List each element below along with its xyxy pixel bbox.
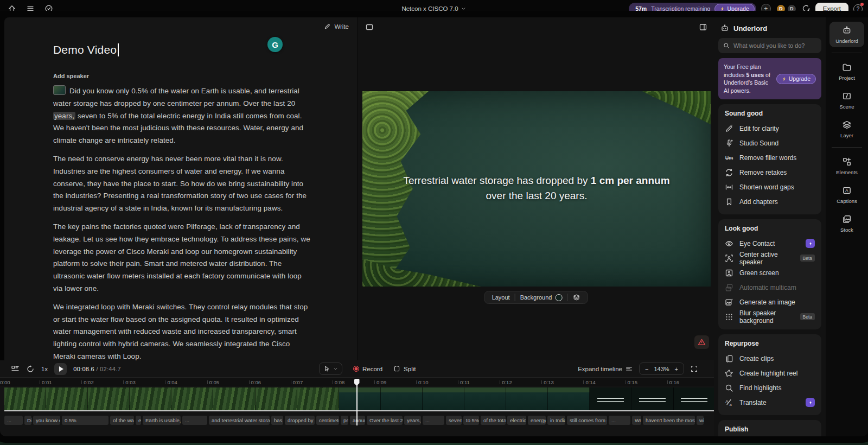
fit-timeline-icon[interactable] — [691, 365, 698, 372]
export-button[interactable]: Export — [815, 3, 848, 15]
clip-thumbnail[interactable] — [53, 85, 66, 95]
underlord-action-eye-contact[interactable]: Eye Contact — [725, 236, 815, 251]
underlord-action-add-chapters[interactable]: Add chapters — [725, 194, 815, 209]
expand-timeline-button[interactable]: Expand timeline — [578, 365, 633, 372]
film-frame-forest[interactable] — [46, 387, 88, 410]
play-button[interactable] — [54, 363, 67, 375]
word-chip[interactable]: e — [136, 416, 141, 425]
underlord-action-blur-speaker-background[interactable]: Blur speaker backgroundBeta — [725, 309, 815, 324]
film-frame-caption[interactable] — [590, 387, 631, 410]
word-chip[interactable]: haven't been the most jud — [643, 416, 695, 425]
word-chip[interactable]: years, — [404, 416, 421, 425]
timeline-tracks-icon[interactable] — [11, 365, 20, 373]
word-chip[interactable]: centimete — [316, 416, 339, 425]
avatar[interactable]: D — [787, 4, 797, 14]
word-chip[interactable]: ... — [423, 416, 444, 425]
word-chip[interactable]: dropped by o — [285, 416, 315, 425]
film-frame-water[interactable] — [506, 387, 548, 410]
underlord-action-create-highlight-reel[interactable]: Create highlight reel — [725, 366, 815, 380]
film-frame-caption[interactable] — [674, 387, 714, 410]
media-view-icon[interactable] — [365, 23, 374, 31]
transcript-paragraph[interactable]: The need to conserve energy has never be… — [53, 153, 310, 215]
transcript-paragraph[interactable]: We integrated loop with Meraki switches.… — [53, 301, 310, 360]
film-frame-caption[interactable] — [631, 387, 673, 410]
film-frame-forest[interactable] — [297, 387, 339, 410]
avatar[interactable]: D — [776, 4, 786, 14]
word-chip[interactable]: energy — [528, 416, 546, 425]
playhead[interactable] — [356, 379, 358, 425]
rail-item-stock[interactable]: Stock — [829, 211, 864, 236]
video-canvas[interactable]: Terrestrial water storage has dropped by… — [362, 91, 711, 287]
menu-icon[interactable] — [26, 4, 35, 13]
transcript-paragraph[interactable]: The key pains the factories quoted were … — [53, 221, 310, 295]
underlord-action-studio-sound[interactable]: Studio Sound — [725, 136, 815, 150]
word-chip[interactable]: of the tota — [481, 416, 506, 425]
film-frame-water[interactable] — [423, 387, 464, 410]
upgrade-button[interactable]: Upgrade — [776, 74, 816, 84]
word-chip[interactable]: annum — [350, 416, 365, 425]
layout-button[interactable]: Layout — [487, 291, 515, 303]
word-chip[interactable]: wi — [697, 416, 704, 425]
video-track[interactable] — [4, 387, 714, 411]
word-chip[interactable]: in India — [547, 416, 565, 425]
underlord-action-remove-filler-words[interactable]: UmRemove filler words — [725, 150, 815, 165]
word-chip[interactable]: Over the last 20 — [367, 416, 403, 425]
selected-word[interactable]: years, — [53, 112, 75, 120]
word-chip[interactable]: ... — [4, 416, 23, 425]
underlord-action-generate-an-image[interactable]: Generate an image — [725, 295, 815, 309]
video-caption[interactable]: Terrestrial water storage has dropped by… — [397, 173, 676, 204]
underlord-action-remove-retakes[interactable]: Remove retakes — [725, 165, 815, 180]
film-frame-forest[interactable] — [213, 387, 255, 410]
word-chip[interactable]: to 5% — [463, 416, 479, 425]
zoom-out-button[interactable]: − — [645, 366, 648, 372]
word-chip[interactable]: of the wa — [110, 416, 134, 425]
underlord-action-translate[interactable]: AaTranslate — [725, 395, 815, 410]
replay-icon[interactable] — [26, 365, 35, 373]
word-chip[interactable]: you know o — [33, 416, 60, 425]
warning-button[interactable] — [694, 335, 709, 349]
rail-item-scene[interactable]: Scene — [829, 87, 864, 113]
word-chip[interactable]: Earth is usable, — [143, 416, 181, 425]
film-frame-water[interactable] — [464, 387, 506, 410]
split-button[interactable]: Split — [393, 365, 416, 372]
underlord-search[interactable] — [718, 38, 821, 53]
underlord-search-input[interactable] — [733, 42, 816, 49]
composition-title[interactable]: Demo Video — [53, 43, 310, 56]
rail-item-layer[interactable]: Layer — [829, 116, 864, 142]
collapse-panel-icon[interactable] — [699, 23, 707, 31]
film-frame-water[interactable] — [381, 387, 423, 410]
word-chip[interactable]: pe — [341, 416, 348, 425]
layers-button[interactable] — [567, 291, 585, 303]
film-frame-forest[interactable] — [4, 387, 46, 410]
comments-icon[interactable] — [802, 4, 810, 13]
project-title-menu[interactable]: Netcon x CISCO 7.0 — [401, 5, 466, 12]
word-chip[interactable]: and terrestrial water storage — [209, 416, 270, 425]
background-button[interactable]: Background — [515, 291, 567, 303]
word-chip[interactable]: still comes from co — [567, 416, 607, 425]
word-chip[interactable]: ... — [609, 416, 630, 425]
film-frame-forest[interactable] — [171, 387, 213, 410]
underlord-action-edit-for-clarity[interactable]: Edit for clarity — [725, 121, 815, 136]
word-chip[interactable]: Di — [24, 416, 31, 425]
pointer-tool-dropdown[interactable] — [319, 363, 342, 375]
upgrade-button[interactable]: Upgrade — [714, 4, 754, 14]
rail-item-captions[interactable]: ACaptions — [829, 182, 864, 207]
underlord-action-find-highlights[interactable]: Find highlights — [725, 380, 815, 395]
underlord-action-shorten-word-gaps[interactable]: Shorten word gaps — [725, 180, 815, 194]
rail-item-elements[interactable]: Elements — [829, 153, 864, 179]
film-frame-water[interactable] — [548, 387, 590, 410]
invite-member-button[interactable]: + — [761, 4, 771, 14]
rail-item-project[interactable]: Project — [829, 59, 864, 84]
sync-status-icon[interactable] — [44, 4, 53, 13]
film-frame-forest[interactable] — [88, 387, 130, 410]
playback-speed[interactable]: 1x — [41, 366, 48, 372]
zoom-in-button[interactable]: + — [675, 366, 678, 372]
add-speaker-label[interactable]: Add speaker — [53, 73, 310, 79]
film-frame-forest[interactable] — [256, 387, 297, 410]
underlord-action-center-active-speaker[interactable]: Center active speakerBeta — [725, 251, 815, 265]
word-chip[interactable]: ... — [182, 416, 207, 425]
underlord-action-green-screen[interactable]: Green screen — [725, 265, 815, 280]
rail-item-underlord[interactable]: Underlord — [829, 22, 864, 47]
underlord-action-create-clips[interactable]: Create clips — [725, 351, 815, 366]
film-frame-forest[interactable] — [130, 387, 171, 410]
